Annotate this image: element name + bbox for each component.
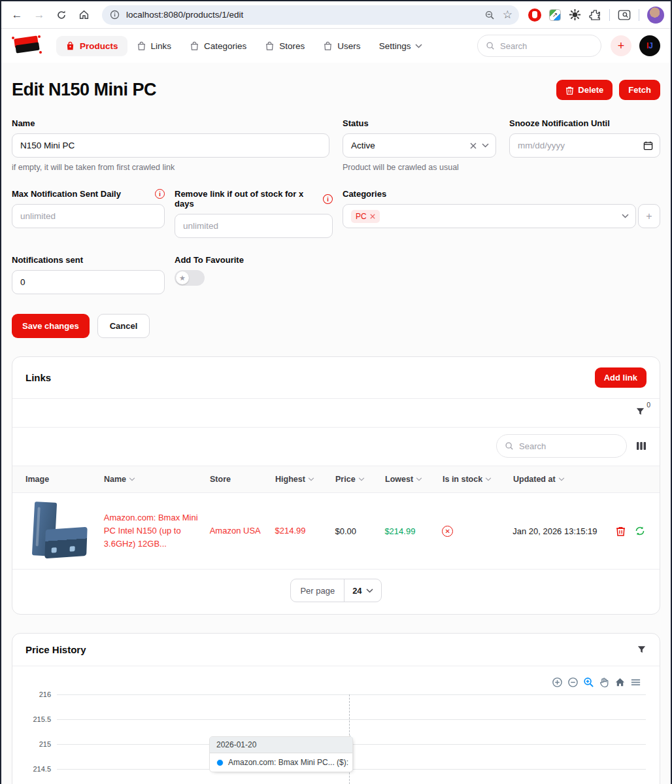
y-axis-tick: 215.5 (17, 715, 51, 723)
nav-item-stores[interactable]: Stores (256, 36, 314, 56)
extensions-puzzle-icon[interactable] (589, 9, 601, 21)
categories-label: Categories (343, 189, 660, 199)
refetch-link-icon[interactable] (635, 526, 645, 536)
side-search-icon[interactable] (618, 9, 631, 21)
columns-icon[interactable] (636, 441, 647, 451)
tooltip-date: 2026-01-20 (210, 737, 352, 753)
delete-button[interactable]: Delete (556, 80, 613, 100)
nav-item-label: Categories (204, 41, 246, 51)
column-header-lowest[interactable]: Lowest (385, 475, 443, 484)
nav-item-categories[interactable]: Categories (180, 36, 256, 56)
adblock-extension-icon[interactable] (528, 9, 541, 22)
sort-icon (558, 477, 565, 481)
page-info-icon[interactable] (110, 10, 120, 20)
gridline (57, 694, 646, 695)
selection-zoom-icon[interactable] (583, 677, 594, 688)
cancel-button[interactable]: Cancel (97, 314, 150, 338)
home-glyph (78, 9, 90, 20)
nav-search-input[interactable]: Search (477, 35, 601, 57)
save-changes-button[interactable]: Save changes (12, 314, 90, 338)
user-avatar[interactable]: IJ (639, 35, 660, 56)
table-search-input[interactable]: Search (496, 434, 627, 458)
column-header-highest[interactable]: Highest (275, 475, 335, 484)
link-store[interactable]: Amazon USA (210, 524, 275, 537)
info-icon[interactable]: i (323, 194, 333, 204)
chart-filter-icon[interactable] (637, 645, 647, 655)
per-page-select[interactable]: 24 (344, 579, 380, 602)
links-card: Links Add link 0 Search Image Name Sto (12, 356, 660, 615)
nav-item-users[interactable]: Users (314, 36, 369, 56)
url-text[interactable]: localhost:8080/products/1/edit (126, 10, 480, 20)
divider (639, 9, 639, 21)
per-page-control[interactable]: Per page 24 (290, 579, 381, 602)
price-history-card: Price History (12, 633, 660, 784)
favourite-toggle[interactable]: ★ (175, 270, 205, 286)
chevron-down-icon[interactable] (482, 143, 489, 148)
url-bar[interactable]: localhost:8080/products/1/edit ☆ (102, 5, 519, 25)
max-notification-input[interactable] (12, 204, 165, 228)
column-header-updated[interactable]: Updated at (513, 475, 616, 484)
delete-link-icon[interactable] (616, 526, 626, 536)
gear-extension-icon[interactable] (569, 9, 581, 21)
table-filter-button[interactable]: 0 (635, 407, 645, 419)
remove-link-input[interactable] (175, 214, 333, 238)
chevron-down-icon (366, 588, 373, 593)
back-icon[interactable]: ← (8, 6, 26, 24)
product-image[interactable] (25, 501, 94, 561)
zoom-icon[interactable] (484, 10, 495, 20)
sort-icon (358, 477, 365, 481)
forward-icon[interactable]: → (30, 6, 48, 24)
categories-select[interactable]: PC (343, 204, 636, 228)
category-chip: PC (351, 210, 380, 223)
chevron-down-icon[interactable] (622, 214, 629, 218)
link-name[interactable]: Amazon.com: Bmax Mini PC Intel N150 (up … (104, 511, 210, 551)
star-icon: ★ (179, 274, 186, 282)
clear-icon[interactable] (470, 143, 477, 149)
screenshot-extension-icon[interactable]: ↗ (549, 9, 561, 21)
reload-icon[interactable] (52, 6, 71, 24)
filter-count-badge: 0 (647, 401, 650, 409)
notifications-sent-label: Notifications sent (12, 255, 165, 265)
column-header-price[interactable]: Price (335, 475, 385, 484)
add-category-button[interactable]: + (638, 204, 660, 228)
column-header-image: Image (12, 475, 104, 484)
sort-icon (129, 477, 135, 481)
price-history-title: Price History (25, 644, 86, 655)
snooze-date-input[interactable] (509, 133, 660, 158)
main-content: Edit N150 Mini PC Delete Fetch Name if e… (1, 63, 671, 784)
add-link-button[interactable]: Add link (595, 367, 647, 388)
zoom-in-icon[interactable] (552, 677, 563, 688)
app-logo[interactable] (12, 35, 42, 56)
browser-profile-avatar[interactable] (647, 7, 664, 24)
fetch-button[interactable]: Fetch (619, 80, 660, 100)
tooltip-series-label: Amazon.com: Bmax Mini PC... ($): (228, 758, 348, 767)
y-axis-tick: 216 (17, 690, 51, 698)
bag-icon (137, 41, 146, 51)
bookmark-star-icon[interactable]: ☆ (503, 8, 512, 22)
status-helper: Product will be crawled as usual (343, 163, 496, 172)
remove-link-label: Remove link if out of stock for x days i (175, 189, 333, 209)
pan-icon[interactable] (599, 677, 610, 688)
notifications-sent-input[interactable] (12, 270, 165, 294)
snooze-label: Snooze Notification Until (509, 118, 660, 128)
zoom-out-icon[interactable] (567, 677, 579, 688)
name-input[interactable] (12, 133, 329, 158)
link-price: $0.00 (335, 526, 384, 536)
column-header-name[interactable]: Name (104, 475, 210, 484)
remove-tag-icon[interactable] (370, 214, 375, 219)
chart-menu-icon[interactable] (630, 677, 641, 688)
nav-item-links[interactable]: Links (127, 36, 181, 56)
nav-item-settings[interactable]: Settings (370, 36, 432, 56)
calendar-icon[interactable] (643, 141, 653, 150)
status-select[interactable]: Active (343, 133, 496, 158)
nav-item-label: Links (151, 41, 172, 51)
add-product-button[interactable]: + (611, 35, 631, 56)
column-header-stock[interactable]: Is in stock (443, 475, 513, 484)
browser-chrome: ← → localhost:8080/products/1/edit ☆ ↗ (1, 1, 671, 29)
nav-item-products[interactable]: Products (56, 36, 127, 56)
home-icon[interactable] (75, 6, 93, 24)
reset-home-icon[interactable] (614, 677, 626, 688)
info-icon[interactable]: i (155, 189, 165, 199)
name-helper: if empty, it will be taken from first cr… (12, 163, 329, 172)
name-label: Name (12, 118, 329, 128)
